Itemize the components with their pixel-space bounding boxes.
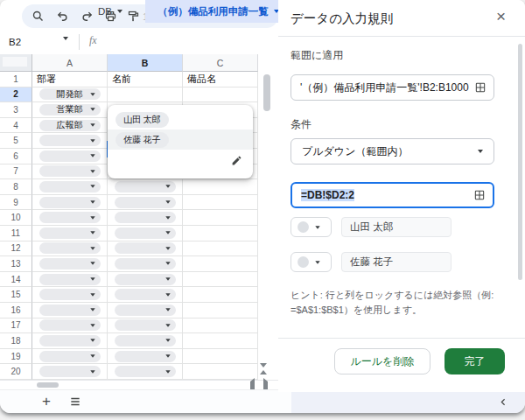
empty-dropdown-pill[interactable] [39, 165, 101, 177]
option-value-field[interactable]: 山田 太郎 [341, 217, 452, 237]
empty-dropdown-pill[interactable] [115, 366, 176, 377]
cell-C9[interactable] [183, 195, 258, 211]
empty-dropdown-pill[interactable] [39, 289, 101, 300]
column-header-b[interactable]: B [108, 54, 183, 72]
redo-icon[interactable] [76, 4, 97, 28]
empty-dropdown-pill[interactable] [115, 258, 176, 270]
cell-A13[interactable] [32, 256, 108, 272]
empty-dropdown-pill[interactable] [115, 197, 176, 208]
cell-A11[interactable] [32, 226, 108, 242]
close-icon[interactable]: × [496, 7, 506, 26]
row-header-19[interactable]: 19 [0, 349, 32, 365]
option-value-field[interactable]: 佐藤 花子 [341, 252, 452, 272]
cell-A12[interactable] [32, 242, 108, 257]
edit-dropdown-icon[interactable] [231, 154, 242, 170]
formula-input[interactable]: =DB!$D2:2 [290, 182, 494, 208]
empty-dropdown-pill[interactable] [39, 351, 101, 362]
option-color-picker[interactable] [290, 217, 332, 237]
option-color-picker[interactable] [290, 252, 332, 272]
cell-B18[interactable] [108, 333, 183, 349]
row-header-17[interactable]: 17 [0, 318, 32, 334]
cell-B16[interactable] [108, 303, 183, 318]
row-header-5[interactable]: 5 [0, 133, 32, 149]
cell-B1[interactable]: 名前 [108, 72, 183, 88]
empty-dropdown-pill[interactable] [115, 319, 176, 331]
empty-dropdown-pill[interactable] [115, 242, 176, 254]
cell-C12[interactable] [183, 242, 258, 257]
cell-C10[interactable] [183, 210, 258, 226]
empty-dropdown-pill[interactable] [39, 304, 101, 316]
cell-B11[interactable] [108, 226, 183, 242]
dropdown-option[interactable]: 山田 太郎 [108, 109, 253, 130]
row-header-3[interactable]: 3 [0, 102, 32, 118]
delete-rule-button[interactable]: ルールを削除 [334, 348, 430, 374]
row-header-15[interactable]: 15 [0, 287, 32, 303]
row-header-8[interactable]: 8 [0, 179, 32, 195]
panel-scrollbar-thumb[interactable] [518, 44, 522, 280]
cell-B15[interactable] [108, 287, 183, 303]
column-header-a[interactable]: A [32, 54, 108, 72]
cell-C2[interactable] [183, 88, 258, 103]
search-icon[interactable] [27, 4, 48, 28]
cell-A19[interactable] [32, 349, 108, 365]
empty-dropdown-pill[interactable] [115, 335, 176, 346]
cell-B13[interactable] [108, 256, 183, 272]
cell-C15[interactable] [183, 287, 258, 303]
tab-db[interactable]: DB [98, 0, 122, 23]
add-sheet-icon[interactable]: + [37, 390, 56, 413]
cell-C16[interactable] [183, 303, 258, 318]
cell-A18[interactable] [32, 333, 108, 349]
cell-A20[interactable] [32, 364, 108, 380]
cell-C1[interactable]: 備品名 [183, 72, 258, 88]
tab-active-sheet[interactable]: （例）備品利用申請一覧 [145, 0, 291, 23]
select-range-icon[interactable] [474, 81, 486, 94]
dept-pill[interactable]: 開発部 [39, 88, 101, 100]
horizontal-scrollbar-thumb[interactable] [37, 382, 59, 388]
cell-C18[interactable] [183, 333, 258, 349]
dropdown-option-chip[interactable]: 佐藤 花子 [116, 132, 169, 148]
empty-dropdown-pill[interactable] [115, 289, 176, 300]
row-header-16[interactable]: 16 [0, 303, 32, 318]
empty-dropdown-pill[interactable] [39, 197, 101, 208]
cell-B12[interactable] [108, 242, 183, 257]
cell-A6[interactable] [32, 149, 108, 164]
row-header-11[interactable]: 11 [0, 226, 32, 242]
dept-pill[interactable]: 営業部 [39, 104, 101, 116]
row-header-12[interactable]: 12 [0, 242, 32, 257]
row-header-4[interactable]: 4 [0, 118, 32, 134]
row-header-6[interactable]: 6 [0, 149, 32, 164]
cell-C19[interactable] [183, 349, 258, 365]
cell-B8[interactable] [108, 179, 183, 195]
paint-format-icon[interactable] [122, 4, 144, 28]
done-button[interactable]: 完了 [444, 348, 505, 374]
name-box[interactable]: B2 [9, 37, 21, 47]
cell-A2[interactable]: 開発部 [32, 88, 108, 103]
empty-dropdown-pill[interactable] [39, 274, 101, 285]
cell-A7[interactable] [32, 164, 108, 180]
empty-dropdown-pill[interactable] [39, 150, 101, 162]
condition-select[interactable]: プルダウン（範囲内） [290, 138, 494, 164]
apply-range-input[interactable]: '（例）備品利用申請一覧'!B2:B1000 [290, 74, 494, 101]
row-header-9[interactable]: 9 [0, 195, 32, 211]
cell-A5[interactable] [32, 133, 108, 149]
empty-dropdown-pill[interactable] [39, 258, 101, 270]
empty-dropdown-pill[interactable] [115, 212, 176, 223]
empty-dropdown-pill[interactable] [115, 351, 176, 362]
cell-B9[interactable] [108, 195, 183, 211]
cell-B14[interactable] [108, 272, 183, 288]
cell-A10[interactable] [32, 210, 108, 226]
cell-C14[interactable] [183, 272, 258, 288]
dropdown-option[interactable]: 佐藤 花子 [108, 130, 253, 150]
cell-C8[interactable] [183, 179, 258, 195]
column-header-c[interactable]: C [183, 54, 258, 72]
vertical-scrollbar-thumb[interactable] [263, 74, 270, 111]
cell-C17[interactable] [183, 318, 258, 334]
dept-pill[interactable]: 広報部 [39, 120, 101, 131]
row-header-7[interactable]: 7 [0, 164, 32, 180]
empty-dropdown-pill[interactable] [39, 319, 101, 331]
cell-A1[interactable]: 部署 [32, 72, 108, 88]
cell-A4[interactable]: 広報部 [32, 118, 108, 134]
select-all-corner[interactable] [0, 54, 32, 72]
cell-B10[interactable] [108, 210, 183, 226]
empty-dropdown-pill[interactable] [39, 228, 101, 239]
